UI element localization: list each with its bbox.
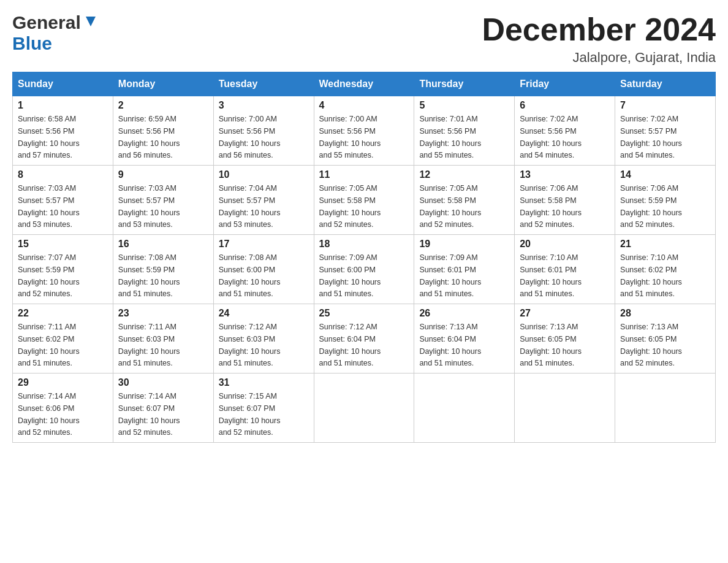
day-info: Sunrise: 7:11 AMSunset: 6:02 PMDaylight:… (18, 323, 80, 367)
day-number: 27 (520, 308, 610, 319)
day-info: Sunrise: 7:03 AMSunset: 5:57 PMDaylight:… (18, 184, 80, 229)
calendar-day-cell: 22 Sunrise: 7:11 AMSunset: 6:02 PMDaylig… (13, 304, 113, 373)
calendar-day-cell: 15 Sunrise: 7:07 AMSunset: 5:59 PMDaylig… (13, 235, 113, 304)
weekday-header-tuesday: Tuesday (213, 72, 314, 96)
weekday-header-sunday: Sunday (13, 72, 113, 96)
day-info: Sunrise: 7:04 AMSunset: 5:57 PMDaylight:… (219, 184, 281, 229)
day-info: Sunrise: 7:11 AMSunset: 6:03 PMDaylight:… (118, 323, 180, 367)
day-info: Sunrise: 7:12 AMSunset: 6:04 PMDaylight:… (319, 323, 381, 367)
day-number: 2 (118, 100, 208, 111)
calendar-day-cell: 28 Sunrise: 7:13 AMSunset: 6:05 PMDaylig… (615, 304, 716, 373)
logo-blue-text: Blue (12, 33, 52, 54)
calendar-day-cell: 21 Sunrise: 7:10 AMSunset: 6:02 PMDaylig… (615, 235, 716, 304)
day-number: 16 (118, 239, 208, 250)
calendar-table: SundayMondayTuesdayWednesdayThursdayFrid… (12, 72, 716, 443)
day-info: Sunrise: 7:05 AMSunset: 5:58 PMDaylight:… (319, 184, 381, 229)
weekday-header-thursday: Thursday (414, 72, 515, 96)
calendar-day-cell: 8 Sunrise: 7:03 AMSunset: 5:57 PMDayligh… (13, 166, 113, 235)
calendar-day-cell: 27 Sunrise: 7:13 AMSunset: 6:05 PMDaylig… (515, 304, 615, 373)
calendar-day-cell: 2 Sunrise: 6:59 AMSunset: 5:56 PMDayligh… (113, 96, 213, 166)
calendar-empty-cell (615, 373, 716, 443)
weekday-header-monday: Monday (113, 72, 213, 96)
calendar-week-row: 29 Sunrise: 7:14 AMSunset: 6:06 PMDaylig… (13, 373, 716, 443)
day-info: Sunrise: 7:08 AMSunset: 6:00 PMDaylight:… (219, 253, 281, 298)
calendar-day-cell: 3 Sunrise: 7:00 AMSunset: 5:56 PMDayligh… (213, 96, 314, 166)
calendar-empty-cell (515, 373, 615, 443)
title-block: December 2024 Jalalpore, Gujarat, India (482, 12, 716, 66)
day-info: Sunrise: 7:02 AMSunset: 5:57 PMDaylight:… (620, 115, 682, 159)
day-info: Sunrise: 7:09 AMSunset: 6:00 PMDaylight:… (319, 253, 381, 298)
day-number: 11 (319, 169, 409, 180)
day-number: 14 (620, 169, 710, 180)
day-number: 12 (419, 169, 509, 180)
day-info: Sunrise: 7:06 AMSunset: 5:58 PMDaylight:… (520, 184, 582, 229)
calendar-day-cell: 12 Sunrise: 7:05 AMSunset: 5:58 PMDaylig… (414, 166, 515, 235)
calendar-header-row: SundayMondayTuesdayWednesdayThursdayFrid… (13, 72, 716, 96)
location-subtitle: Jalalpore, Gujarat, India (482, 50, 716, 66)
day-number: 8 (18, 169, 108, 180)
calendar-week-row: 15 Sunrise: 7:07 AMSunset: 5:59 PMDaylig… (13, 235, 716, 304)
logo-general-text: General (12, 12, 81, 33)
day-number: 3 (219, 100, 309, 111)
day-info: Sunrise: 7:01 AMSunset: 5:56 PMDaylight:… (419, 115, 481, 159)
calendar-week-row: 1 Sunrise: 6:58 AMSunset: 5:56 PMDayligh… (13, 96, 716, 166)
day-number: 30 (118, 377, 208, 388)
calendar-day-cell: 17 Sunrise: 7:08 AMSunset: 6:00 PMDaylig… (213, 235, 314, 304)
weekday-header-friday: Friday (515, 72, 615, 96)
day-number: 5 (419, 100, 509, 111)
day-number: 1 (18, 100, 108, 111)
day-number: 15 (18, 239, 108, 250)
calendar-day-cell: 11 Sunrise: 7:05 AMSunset: 5:58 PMDaylig… (314, 166, 414, 235)
day-number: 23 (118, 308, 208, 319)
day-info: Sunrise: 7:12 AMSunset: 6:03 PMDaylight:… (219, 323, 281, 367)
svg-marker-0 (86, 17, 96, 26)
day-info: Sunrise: 7:10 AMSunset: 6:01 PMDaylight:… (520, 253, 582, 298)
day-info: Sunrise: 7:13 AMSunset: 6:05 PMDaylight:… (520, 323, 582, 367)
day-info: Sunrise: 7:06 AMSunset: 5:59 PMDaylight:… (620, 184, 682, 229)
calendar-day-cell: 16 Sunrise: 7:08 AMSunset: 5:59 PMDaylig… (113, 235, 213, 304)
day-info: Sunrise: 7:08 AMSunset: 5:59 PMDaylight:… (118, 253, 180, 298)
weekday-header-saturday: Saturday (615, 72, 716, 96)
day-info: Sunrise: 7:07 AMSunset: 5:59 PMDaylight:… (18, 253, 80, 298)
day-info: Sunrise: 7:09 AMSunset: 6:01 PMDaylight:… (419, 253, 481, 298)
calendar-week-row: 8 Sunrise: 7:03 AMSunset: 5:57 PMDayligh… (13, 166, 716, 235)
day-info: Sunrise: 7:15 AMSunset: 6:07 PMDaylight:… (219, 392, 281, 437)
calendar-day-cell: 20 Sunrise: 7:10 AMSunset: 6:01 PMDaylig… (515, 235, 615, 304)
page-header: General Blue December 2024 Jalalpore, Gu… (12, 12, 716, 66)
day-number: 18 (319, 239, 409, 250)
calendar-day-cell: 24 Sunrise: 7:12 AMSunset: 6:03 PMDaylig… (213, 304, 314, 373)
weekday-header-wednesday: Wednesday (314, 72, 414, 96)
logo: General Blue (12, 12, 99, 54)
calendar-day-cell: 4 Sunrise: 7:00 AMSunset: 5:56 PMDayligh… (314, 96, 414, 166)
day-number: 6 (520, 100, 610, 111)
calendar-day-cell: 18 Sunrise: 7:09 AMSunset: 6:00 PMDaylig… (314, 235, 414, 304)
day-number: 22 (18, 308, 108, 319)
day-number: 4 (319, 100, 409, 111)
calendar-day-cell: 5 Sunrise: 7:01 AMSunset: 5:56 PMDayligh… (414, 96, 515, 166)
day-number: 31 (219, 377, 309, 388)
day-info: Sunrise: 6:58 AMSunset: 5:56 PMDaylight:… (18, 115, 80, 159)
day-info: Sunrise: 7:13 AMSunset: 6:05 PMDaylight:… (620, 323, 682, 367)
calendar-day-cell: 9 Sunrise: 7:03 AMSunset: 5:57 PMDayligh… (113, 166, 213, 235)
calendar-day-cell: 13 Sunrise: 7:06 AMSunset: 5:58 PMDaylig… (515, 166, 615, 235)
day-info: Sunrise: 7:13 AMSunset: 6:04 PMDaylight:… (419, 323, 481, 367)
day-number: 24 (219, 308, 309, 319)
day-info: Sunrise: 7:03 AMSunset: 5:57 PMDaylight:… (118, 184, 180, 229)
day-number: 20 (520, 239, 610, 250)
day-info: Sunrise: 7:10 AMSunset: 6:02 PMDaylight:… (620, 253, 682, 298)
logo-triangle-icon (82, 13, 99, 30)
calendar-empty-cell (414, 373, 515, 443)
calendar-empty-cell (314, 373, 414, 443)
day-number: 9 (118, 169, 208, 180)
calendar-day-cell: 26 Sunrise: 7:13 AMSunset: 6:04 PMDaylig… (414, 304, 515, 373)
day-number: 19 (419, 239, 509, 250)
calendar-day-cell: 6 Sunrise: 7:02 AMSunset: 5:56 PMDayligh… (515, 96, 615, 166)
day-number: 26 (419, 308, 509, 319)
calendar-day-cell: 29 Sunrise: 7:14 AMSunset: 6:06 PMDaylig… (13, 373, 113, 443)
day-number: 21 (620, 239, 710, 250)
calendar-day-cell: 30 Sunrise: 7:14 AMSunset: 6:07 PMDaylig… (113, 373, 213, 443)
day-number: 13 (520, 169, 610, 180)
day-info: Sunrise: 7:14 AMSunset: 6:06 PMDaylight:… (18, 392, 80, 437)
day-info: Sunrise: 7:05 AMSunset: 5:58 PMDaylight:… (419, 184, 481, 229)
day-number: 28 (620, 308, 710, 319)
